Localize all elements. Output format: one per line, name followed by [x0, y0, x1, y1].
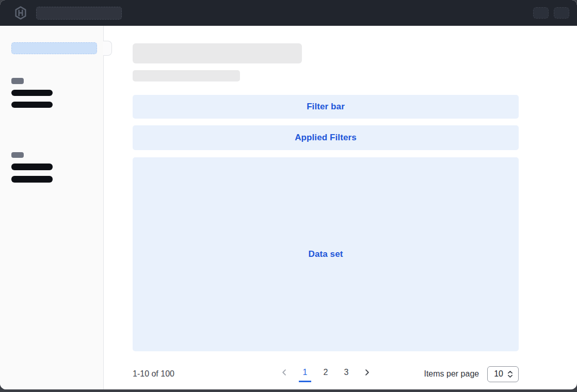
pagination-range-text: 1-10 of 100 — [133, 369, 174, 379]
app-window: Filter bar Applied Filters Data set 1-10… — [0, 0, 577, 389]
sidebar-item-placeholder[interactable] — [11, 90, 53, 96]
chevron-left-icon[interactable] — [278, 366, 291, 382]
topbar-action-placeholder-2[interactable] — [554, 7, 569, 19]
topbar — [0, 0, 577, 26]
items-per-page-select[interactable]: 10 — [487, 366, 519, 382]
pagination-bar: 1-10 of 100 1 2 3 Items per page 10 — [133, 363, 519, 385]
applied-filters-region: Applied Filters — [133, 125, 519, 150]
data-set-label: Data set — [309, 249, 343, 259]
chevron-right-icon[interactable] — [361, 366, 373, 382]
page-subtitle-placeholder — [133, 70, 240, 81]
hashicorp-logo-icon — [14, 6, 27, 20]
page-button-3[interactable]: 3 — [340, 366, 352, 382]
page-title-placeholder — [133, 43, 302, 63]
sidebar-group-2 — [0, 152, 103, 183]
sidebar-group-1 — [0, 78, 103, 108]
sidebar-section-label-placeholder — [11, 152, 24, 158]
main-content: Filter bar Applied Filters Data set 1-10… — [104, 26, 577, 389]
sidebar-active-item-placeholder[interactable] — [11, 42, 97, 54]
unfold-more-icon — [507, 370, 514, 378]
filter-bar-label: Filter bar — [307, 102, 345, 112]
page-button-2[interactable]: 2 — [319, 366, 332, 382]
sidebar-item-placeholder[interactable] — [11, 164, 53, 170]
topbar-action-placeholder-1[interactable] — [533, 7, 549, 19]
items-per-page-value: 10 — [494, 369, 503, 379]
page-button-1[interactable]: 1 — [299, 366, 311, 382]
filter-bar-region: Filter bar — [133, 95, 519, 119]
data-set-region: Data set — [133, 157, 519, 351]
applied-filters-label: Applied Filters — [295, 133, 357, 143]
pagination-pages: 1 2 3 — [278, 366, 373, 382]
sidebar-section-label-placeholder — [11, 78, 24, 84]
sidebar-item-placeholder[interactable] — [11, 176, 53, 183]
items-per-page-label: Items per page — [424, 369, 479, 379]
sidebar-item-placeholder[interactable] — [11, 102, 53, 108]
sidebar — [0, 26, 104, 389]
search-input-placeholder[interactable] — [36, 7, 122, 20]
items-per-page-group: Items per page 10 — [424, 366, 519, 382]
topbar-actions — [533, 7, 569, 19]
